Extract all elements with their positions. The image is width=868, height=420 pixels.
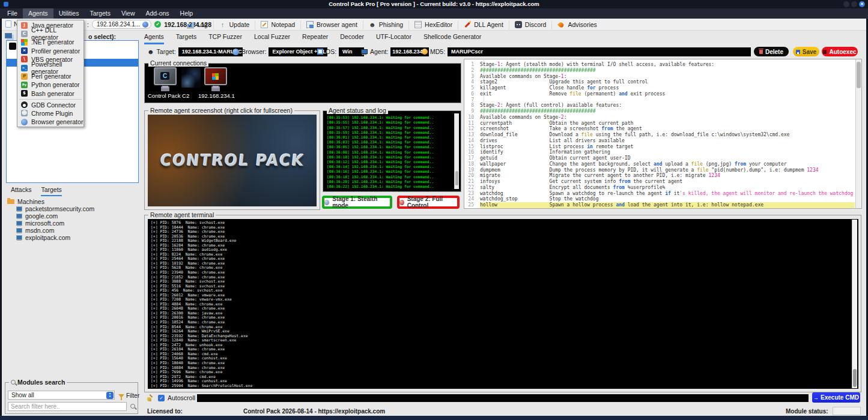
terminal-screen[interactable]: [+] PID: 5876 Name: svchost.exe[+] PID: … — [148, 219, 858, 389]
minimize-button[interactable] — [843, 1, 849, 7]
tree-root-machines[interactable]: Machines — [7, 198, 139, 205]
tab-utf-locator[interactable]: UTF-Locator — [376, 33, 411, 44]
menu-item-net-generator[interactable]: .NET generator — [17, 38, 83, 46]
dropdown-stepper-icon[interactable] — [106, 392, 114, 399]
tree-item-microsoft-com[interactable]: microsoft.com — [16, 220, 139, 227]
os-label: OS: — [326, 48, 336, 55]
menu-item-profiler-generator[interactable]: Profiler generator — [17, 47, 83, 55]
autoexec-label: Autoexec — [829, 49, 856, 55]
code-line: 5killagent Close handle for process — [464, 85, 855, 91]
md5-icon — [422, 49, 428, 55]
menu-targets[interactable]: Targets — [84, 8, 115, 19]
listener-ip-field[interactable]: 192.168.234.1... — [92, 20, 151, 29]
terminal-scrollbar[interactable] — [852, 220, 857, 388]
process-line: [+] PID: 26048 Name: chrome.exe — [151, 307, 851, 311]
filter-search-icon — [130, 404, 135, 409]
tab-shellcode-generator[interactable]: Shellcode Generator — [423, 33, 481, 44]
execute-cmd-button[interactable]: Execute CMD — [812, 392, 860, 403]
maximize-button[interactable] — [851, 1, 857, 7]
tab-agents[interactable]: Agents — [144, 33, 164, 44]
process-line: [+] PID: 7208 Name: vmware-vmx.exe — [151, 298, 851, 302]
menu-agents[interactable]: Agents — [23, 8, 53, 19]
phishing-icon — [369, 21, 376, 28]
menu-item-bash-generator[interactable]: Bash generator — [17, 89, 83, 98]
code-line: 8Stage-2: Agent (full control) available… — [464, 103, 855, 109]
menu-item-chrome-plugin[interactable]: Chrome Plugin — [17, 109, 83, 118]
toolbar-phishing-button[interactable]: Phishing — [363, 20, 409, 29]
agent-connection-thumbnail[interactable] — [204, 67, 227, 85]
tab-targets[interactable]: Targets — [176, 33, 196, 44]
search-filter-input[interactable] — [8, 402, 127, 411]
line-number: 15 — [464, 144, 480, 150]
swoosh-thumbnail[interactable] — [181, 68, 201, 88]
process-line: [+] PID: 16264 Name: WmiPrvSE.exe — [151, 329, 851, 334]
menu-add-ons[interactable]: Add-ons — [140, 8, 174, 19]
agent-log-output: [08:35:51] 192.168.234.1: Waiting for co… — [327, 115, 449, 189]
menu-item-powershell-generator[interactable]: Powershell generator — [17, 64, 83, 72]
close-button[interactable] — [859, 1, 865, 7]
autoexec-button[interactable]: Autoexec — [822, 47, 858, 56]
toolbar-dll-agent-button[interactable]: DLL Agent — [458, 20, 509, 29]
menu-help[interactable]: Help — [175, 8, 199, 19]
menu-item-gdb-connector[interactable]: GDB Connector — [17, 101, 83, 109]
c2-connection-thumbnail[interactable] — [154, 67, 177, 85]
code-text: infosys Get current system info from the… — [480, 179, 855, 185]
md5-value-field[interactable]: MARUPCscr — [448, 47, 751, 56]
remote-screenshot-image[interactable]: CONTROL PACK — [148, 115, 317, 206]
show-all-dropdown[interactable]: Show all — [8, 391, 115, 400]
menu-item-c-dll-generator[interactable]: C++ DLL generator — [17, 29, 83, 38]
tree-item-label: msdn.com — [25, 227, 54, 234]
save-button[interactable]: Save — [793, 47, 819, 56]
agent-log-title: Agent status and log — [327, 107, 388, 114]
toolbar-notepad-button[interactable]: Notepad — [255, 20, 301, 29]
main-tabs: AgentsTargetsTCP FuzzerLocal FuzzerRepea… — [144, 33, 481, 44]
line-number: 21 — [464, 179, 480, 185]
tab-attacks[interactable]: Attacks — [11, 186, 31, 196]
tab-decoder[interactable]: Decoder — [340, 33, 364, 44]
tree-item-google-com[interactable]: google.com — [16, 212, 139, 220]
toolbar-advisories-button[interactable]: Advisories — [552, 20, 602, 29]
python-icon — [21, 82, 28, 88]
stage2-full-control-button[interactable]: Stage 2: Full Control — [397, 196, 460, 209]
menu-item-python-generator[interactable]: Python generator — [17, 80, 83, 89]
tree-item-packetstormsecurity-com[interactable]: packetstormsecurity.com — [16, 205, 139, 212]
stage1-stealth-button[interactable]: Stage 1: Stealth mode — [322, 196, 392, 209]
os-icon — [317, 49, 323, 55]
tree-item-msdn-com[interactable]: msdn.com — [16, 227, 139, 234]
tab-repeater[interactable]: Repeater — [302, 33, 328, 44]
tree-item-exploitpack-com[interactable]: exploitpack.com — [16, 234, 139, 241]
tab-tcp-fuzzer[interactable]: TCP Fuzzer — [208, 33, 242, 44]
code-line: 18wallpaper Change the agent background,… — [464, 161, 855, 167]
computer-icon — [16, 235, 22, 240]
help-scrollbar-thumb[interactable] — [857, 62, 861, 88]
menu-file[interactable]: File — [2, 8, 23, 19]
tab-local-fuzzer[interactable]: Local Fuzzer — [254, 33, 290, 44]
menu-item-browser-generator[interactable]: Browser generator — [17, 118, 83, 126]
log-line: [08:36:14] 192.168.234.1: Waiting for co… — [327, 164, 449, 169]
toolbar-button-label: Log — [197, 21, 208, 28]
toolbar-update-button[interactable]: Update — [214, 20, 256, 29]
toolbar-hexeditor-button[interactable]: HexEditor — [409, 20, 458, 29]
toolbar-browser-agent-button[interactable]: Browser agent — [301, 20, 363, 29]
terminal-scrollbar-thumb[interactable] — [853, 369, 857, 387]
process-line: [+] PID: 16284 Name: chrome.exe — [151, 244, 851, 248]
filter-button[interactable]: Filter — [118, 392, 139, 399]
toolbar-log-button[interactable]: Log — [181, 20, 214, 29]
code-line: 17getuid Obtain current agent user-ID — [464, 155, 855, 161]
menu-view[interactable]: View — [116, 8, 141, 19]
process-line: [+] PID: 10884 Name: chrome.exe — [151, 366, 851, 371]
log-scrollbar-thumb[interactable] — [455, 171, 458, 185]
autoscroll-checkbox[interactable] — [158, 395, 165, 401]
line-number: 1 — [464, 62, 480, 68]
tab-targets[interactable]: Targets — [41, 186, 61, 196]
clear-broom-icon[interactable] — [147, 394, 154, 402]
delete-button[interactable]: Delete — [754, 47, 789, 56]
menu-utilities[interactable]: Utilities — [53, 8, 85, 19]
module-status-label: Module status: — [786, 408, 828, 415]
toolbar-discord-button[interactable]: Discord — [509, 20, 553, 29]
os-value-field[interactable]: Win — [339, 47, 364, 56]
command-input[interactable] — [197, 394, 809, 402]
help-scrollbar[interactable] — [855, 59, 861, 208]
log-scrollbar[interactable] — [454, 113, 459, 189]
code-text: ######################################## — [480, 109, 855, 115]
